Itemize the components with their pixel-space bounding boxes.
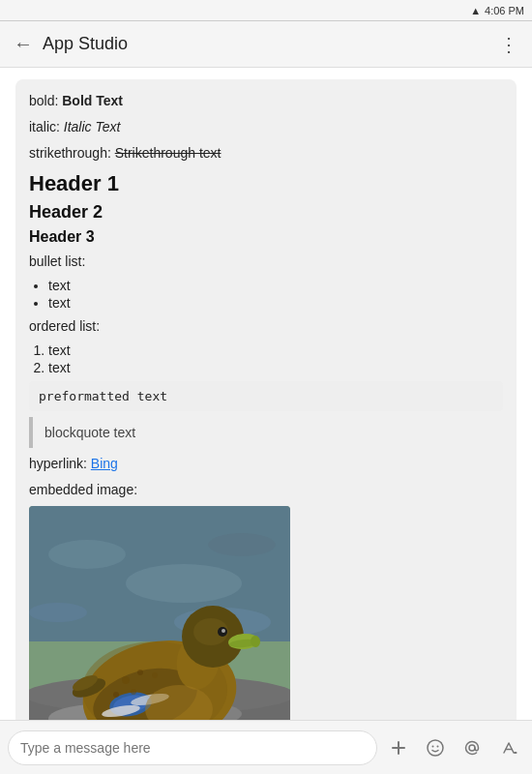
svg-point-36 (131, 689, 136, 695)
header3: Header 3 (29, 228, 503, 246)
svg-point-34 (137, 670, 143, 675)
message-input-wrap (8, 730, 377, 765)
at-icon[interactable] (457, 732, 488, 763)
svg-point-3 (126, 564, 242, 603)
preformatted-block: preformatted text (29, 381, 503, 411)
ordered-list: text text (48, 342, 503, 375)
embedded-image-label: embedded image: (29, 480, 503, 500)
bullet-list: text text (48, 278, 503, 311)
svg-point-42 (437, 745, 439, 747)
strikethrough-value: Strikethrough text (115, 145, 222, 161)
strikethrough-text-row: strikethrough: Strikethrough text (29, 143, 503, 164)
svg-point-5 (29, 603, 87, 622)
emoji-icon[interactable] (420, 732, 451, 763)
svg-point-37 (152, 672, 158, 678)
bold-value: Bold Text (62, 93, 123, 108)
battery-icon: 4:06 PM (485, 5, 524, 16)
input-area (0, 720, 532, 774)
bold-text-row: bold: Bold Text (29, 91, 503, 111)
status-bar: ▲ 4:06 PM (0, 0, 532, 21)
svg-rect-39 (398, 741, 399, 755)
format-icon[interactable] (493, 732, 524, 763)
app-title: App Studio (43, 34, 493, 54)
svg-point-43 (469, 745, 475, 751)
svg-point-40 (428, 740, 443, 756)
list-item: text (48, 295, 503, 311)
strikethrough-label: strikethrough: (29, 145, 115, 161)
back-button[interactable]: ← (8, 29, 39, 60)
bold-label: bold: (29, 93, 62, 108)
list-item: text (48, 360, 503, 375)
hyperlink-label: hyperlink: (29, 456, 91, 471)
chat-area: bold: Bold Text italic: Italic Text stri… (0, 68, 532, 720)
svg-point-41 (432, 745, 434, 747)
svg-point-4 (208, 533, 276, 556)
italic-value: Italic Text (64, 119, 121, 134)
wifi-icon: ▲ (470, 5, 481, 16)
hyperlink-row: hyperlink: Bing (29, 454, 503, 474)
message-input[interactable] (20, 740, 365, 756)
header1: Header 1 (29, 171, 503, 196)
blockquote-block: blockquote text (29, 417, 503, 448)
status-icons: ▲ 4:06 PM (470, 5, 524, 16)
svg-point-22 (222, 629, 225, 633)
more-options-button[interactable]: ⋮ (493, 29, 524, 60)
app-bar: ← App Studio ⋮ (0, 21, 532, 68)
header2: Header 2 (29, 202, 503, 223)
list-item: text (48, 278, 503, 293)
message-bubble: bold: Bold Text italic: Italic Text stri… (15, 79, 517, 720)
hyperlink-link[interactable]: Bing (91, 456, 118, 471)
attach-icon[interactable] (383, 732, 414, 763)
italic-text-row: italic: Italic Text (29, 117, 503, 137)
italic-label: italic: (29, 119, 64, 134)
svg-point-35 (113, 692, 119, 698)
svg-point-2 (48, 540, 126, 569)
bullet-list-label: bullet list: (29, 252, 503, 272)
svg-point-33 (122, 676, 130, 684)
embedded-image (29, 506, 290, 720)
list-item: text (48, 342, 503, 358)
ordered-list-label: ordered list: (29, 316, 503, 337)
